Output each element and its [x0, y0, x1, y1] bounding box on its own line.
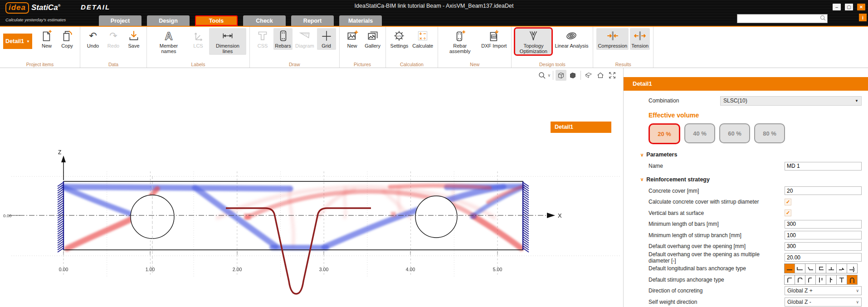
wireframe-view-button[interactable]: [556, 70, 566, 81]
combination-select[interactable]: SLSC(10) ▼: [720, 96, 862, 106]
param-label: Default overhang over the opening as mul…: [649, 251, 785, 264]
copy-button[interactable]: Copy: [58, 28, 77, 50]
param-label: Name: [649, 163, 785, 169]
fit-view-button[interactable]: [607, 70, 618, 81]
param-row-self-weight-direction: Self weight directionGlobal Z -∨: [649, 297, 862, 307]
gallery-icon: [366, 29, 380, 43]
zoom-dropdown-chevron-icon[interactable]: ∨: [547, 73, 551, 78]
direction-of-concreting-select[interactable]: Global Z +∨: [785, 286, 862, 295]
window-title: IdeaStatiCa-BIM link tutorial Beam - Axi…: [0, 3, 868, 9]
canvas-toolbar: ∨: [536, 70, 618, 81]
grid-button[interactable]: Grid: [317, 28, 336, 50]
anchorage-hook-90-icon[interactable]: [784, 275, 795, 285]
anchorage-head-plate-icon[interactable]: [847, 263, 858, 273]
anchorage-head-cone-icon[interactable]: [836, 263, 847, 273]
anchorage-closed-loop-icon[interactable]: [847, 275, 858, 285]
tab-project[interactable]: Project: [99, 15, 141, 26]
section-header-reinforcement-strategy[interactable]: ∨Reinforcement strategy: [640, 176, 862, 183]
tab-design[interactable]: Design: [147, 15, 190, 26]
anchorage-hook-l-icon[interactable]: [795, 263, 805, 273]
maximize-button[interactable]: ▢: [845, 4, 853, 10]
copy-page-icon: [60, 29, 74, 43]
search-input[interactable]: [737, 16, 820, 21]
save-button[interactable]: Save: [124, 28, 143, 50]
ribbon-group-labels: AMember namesLCSDimension linesLabels: [147, 27, 250, 68]
diagram-button: Diagram: [294, 28, 316, 50]
combination-row: Combination SLSC(10) ▼: [649, 96, 862, 105]
minimize-button[interactable]: –: [833, 4, 841, 10]
right-support-hatching: [523, 181, 529, 252]
concrete-cover-mm-input[interactable]: [785, 186, 862, 195]
effective-volume-options: 20 %40 %60 %80 %: [649, 123, 862, 144]
info-button[interactable]: i: [859, 14, 867, 21]
anchorage-straight-icon[interactable]: [784, 263, 795, 273]
gallery-button[interactable]: Gallery: [363, 28, 382, 50]
minimum-length-of-bars-mm-input[interactable]: [785, 220, 862, 229]
anchorage-hook-90-short-icon[interactable]: [805, 275, 816, 285]
dimension-lines-button[interactable]: Dimension lines: [209, 28, 246, 55]
undo-button[interactable]: ↶Undo: [83, 28, 102, 50]
section-header-parameters[interactable]: ∨Parameters: [640, 151, 862, 158]
tab-check[interactable]: Check: [243, 15, 286, 26]
anchorage-head-t-icon[interactable]: [826, 263, 837, 273]
anchorage-leg-tick-icon[interactable]: [826, 275, 837, 285]
name-input[interactable]: [785, 162, 862, 171]
new-button[interactable]: New: [37, 28, 56, 50]
tab-tools[interactable]: Tools: [195, 15, 238, 26]
solid-view-button[interactable]: [567, 70, 578, 81]
dxf-import-button[interactable]: DXFDXF Import: [480, 28, 508, 50]
calculate-button[interactable]: +−×÷Calculate: [411, 28, 434, 50]
new-button[interactable]: New: [343, 28, 362, 50]
param-row-vertical-bars-at-surface: Vertical bars at surface✓: [649, 208, 862, 219]
section-chevron-icon: ∨: [640, 177, 644, 182]
tab-materials[interactable]: Materials: [339, 15, 382, 26]
topology-optimization-icon: [527, 29, 540, 43]
default-overhang-over-the-opening-as-multiple-diameter-input[interactable]: [785, 253, 862, 262]
grid-icon: [320, 29, 333, 43]
linear-analysis-button[interactable]: Linear Analysis: [553, 28, 590, 50]
tab-report[interactable]: Report: [291, 15, 334, 26]
minimum-length-of-stirrup-branch-mm-input[interactable]: [785, 231, 862, 239]
self-weight-direction-select[interactable]: Global Z -∨: [785, 297, 862, 307]
topology-optimization-button[interactable]: Topology Optimization: [515, 28, 552, 55]
volume-option-60[interactable]: 60 %: [719, 123, 750, 143]
param-row-minimum-length-of-bars-mm: Minimum length of bars [mm]: [649, 219, 862, 230]
param-row-default-overhang-over-the-opening-as-multiple-diameter: Default overhang over the opening as mul…: [649, 252, 862, 263]
member-names-icon: A: [162, 29, 176, 43]
default-overhang-over-the-opening-mm-input[interactable]: [785, 242, 862, 251]
svg-text:</>: </>: [397, 34, 401, 38]
compression-button[interactable]: Compression: [596, 28, 629, 50]
volume-option-40[interactable]: 40 %: [684, 123, 715, 143]
anchorage-lap-ticks-icon[interactable]: [815, 275, 826, 285]
ribbon-button-label: Member names: [151, 44, 186, 54]
drawing-canvas[interactable]: X 0.00 Z 0.001.002.003.004.005.00 ∨: [0, 68, 624, 307]
rebar-assembly-button[interactable]: Rebar assembly: [441, 28, 478, 55]
anchorage-t-anchor-icon[interactable]: [836, 275, 847, 285]
ribbon-button-label: Save: [128, 44, 139, 49]
anchorage-hook-135-icon[interactable]: [795, 275, 805, 285]
anchorage-hook-angle-icon[interactable]: [805, 263, 816, 273]
close-button[interactable]: ✕: [857, 4, 865, 10]
project-item-selector[interactable]: Detail1▼: [3, 34, 32, 49]
param-label: Default stirrups anchorage type: [649, 277, 785, 283]
tension-button[interactable]: Tension: [630, 28, 650, 50]
dimension-label: 2.00: [233, 267, 242, 272]
rebars-button[interactable]: Rebars: [273, 28, 293, 50]
vertical-bars-at-surface-checkbox[interactable]: ✓: [785, 210, 791, 216]
svg-text:A: A: [165, 30, 172, 42]
volume-option-80[interactable]: 80 %: [754, 123, 785, 143]
x-axis-arrow: [547, 213, 555, 218]
zoom-tool-button[interactable]: [536, 70, 547, 81]
settings-button[interactable]: </>Settings: [389, 28, 410, 50]
search-icon: [820, 15, 827, 23]
calculate-concrete-cover-with-stirrup-diameter-checkbox[interactable]: ✓: [785, 199, 791, 205]
home-view-button[interactable]: [595, 70, 606, 81]
dimension-label: 0.00: [59, 267, 68, 272]
app-tagline: Calculate yesterday's estimates: [5, 17, 66, 22]
member-names-button[interactable]: AMember names: [150, 28, 187, 55]
volume-option-20[interactable]: 20 %: [649, 123, 680, 144]
anchorage-hook-u-icon[interactable]: [815, 263, 826, 273]
section-view-button[interactable]: [583, 70, 594, 81]
search-box[interactable]: [737, 14, 828, 23]
ribbon-button-label: Rebars: [275, 44, 291, 49]
